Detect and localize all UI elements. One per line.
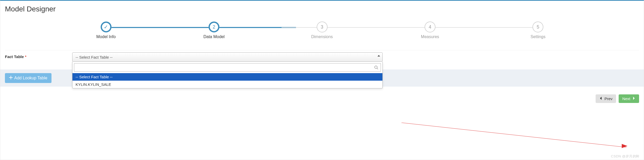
stepper-connector [282, 27, 316, 28]
page-title: Model Designer [0, 1, 644, 16]
dropdown-option-kylin-sale[interactable]: KYLIN.KYLIN_SALE [72, 81, 382, 88]
wizard-footer: Prev Next [0, 87, 644, 108]
step-number-icon: 3 [317, 22, 328, 32]
prev-button-label: Prev [604, 96, 612, 101]
step-number-icon: 2 [209, 22, 219, 32]
plus-icon [9, 76, 13, 80]
annotation-arrow-icon [401, 123, 626, 151]
step-label: Settings [530, 34, 545, 39]
select-display[interactable]: -- Select Fact Table -- [72, 52, 383, 62]
svg-line-1 [377, 68, 378, 69]
form-area: Fact Table * -- Select Fact Table -- -- … [0, 50, 644, 62]
model-designer-panel: Model Designer ✓ Model Info 2 Data Model… [0, 0, 644, 160]
stepper-connector [328, 27, 425, 28]
step-settings[interactable]: 5 Settings [484, 22, 592, 39]
arrow-right-icon [632, 96, 635, 101]
step-number-icon: 4 [425, 22, 435, 32]
step-dimensions[interactable]: 3 Dimensions [268, 22, 376, 39]
wizard-stepper: ✓ Model Info 2 Data Model 3 Dimensions 4… [0, 16, 644, 47]
fact-table-label: Fact Table * [5, 52, 72, 59]
stepper-connector [112, 27, 209, 28]
step-label: Model Info [96, 34, 116, 39]
svg-line-2 [401, 123, 626, 147]
dropdown-search-input[interactable] [74, 63, 381, 72]
step-measures[interactable]: 4 Measures [376, 22, 484, 39]
svg-marker-3 [622, 144, 627, 148]
required-star-icon: * [25, 54, 26, 59]
chevron-up-icon [377, 55, 380, 57]
annotation-arrowhead-icon [622, 144, 630, 149]
search-icon [374, 65, 378, 71]
step-number-icon: 5 [532, 22, 543, 32]
step-data-model[interactable]: 2 Data Model [160, 22, 268, 39]
fact-table-label-text: Fact Table [5, 54, 24, 59]
fact-table-select[interactable]: -- Select Fact Table -- -- Select Fact T… [72, 52, 383, 62]
prev-button[interactable]: Prev [596, 94, 616, 103]
watermark-text: CSDN @岁月的眸 [611, 154, 640, 159]
next-button-label: Next [622, 96, 630, 101]
add-lookup-table-label: Add Lookup Table [14, 76, 47, 80]
stepper-connector [435, 27, 532, 28]
step-label: Measures [421, 34, 439, 39]
svg-point-0 [375, 66, 377, 68]
fact-table-dropdown: -- Select Fact Table -- KYLIN.KYLIN_SALE [72, 62, 383, 88]
step-model-info[interactable]: ✓ Model Info [52, 22, 160, 39]
step-label: Data Model [203, 34, 225, 39]
fact-table-row: Fact Table * -- Select Fact Table -- -- … [5, 50, 639, 62]
checkmark-icon: ✓ [101, 22, 112, 32]
next-button[interactable]: Next [619, 94, 639, 103]
step-label: Dimensions [311, 34, 333, 39]
dropdown-search-wrap [72, 62, 382, 73]
arrow-left-icon [599, 96, 603, 101]
dropdown-option-placeholder[interactable]: -- Select Fact Table -- [72, 73, 382, 81]
add-lookup-table-button[interactable]: Add Lookup Table [5, 73, 51, 83]
